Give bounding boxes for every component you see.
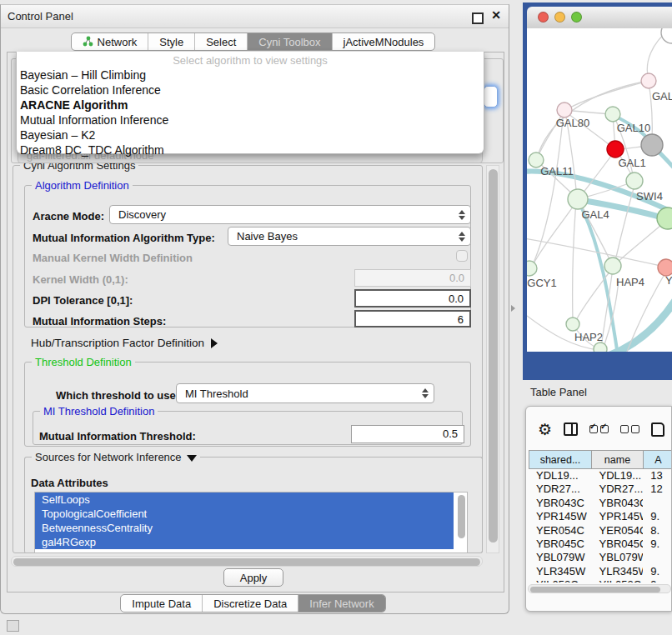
settings-vscrollbar[interactable] — [486, 165, 499, 553]
minimize-window-button[interactable] — [554, 12, 565, 22]
dpi-tolerance-field[interactable]: 0.0 — [354, 289, 471, 308]
mi-steps-field[interactable]: 6 — [354, 310, 471, 328]
which-threshold-label: Which threshold to use: — [56, 389, 179, 402]
columns-icon[interactable] — [564, 422, 578, 436]
aracne-mode-value: Discovery — [118, 208, 166, 221]
tab-discretize-data[interactable]: Discretize Data — [202, 595, 298, 612]
which-threshold-value: MI Threshold — [185, 388, 248, 400]
node-label: HAP2 — [574, 331, 603, 343]
tab-select[interactable]: Select — [194, 33, 247, 50]
table-cell: YLR345W — [592, 565, 644, 578]
checked-columns-icon[interactable] — [589, 425, 609, 433]
dropdown-item[interactable]: Basic Correlation Inference — [20, 82, 480, 98]
settings-vscrollbar-thumb[interactable] — [489, 169, 498, 542]
tab-network[interactable]: Network — [72, 33, 148, 50]
dropdown-item[interactable]: Mutual Information Inference — [20, 112, 480, 128]
combo-spinner-icon — [422, 388, 429, 398]
algorithm-definition-title: Algorithm Definition — [32, 179, 133, 192]
sources-group-title[interactable]: Sources for Network Inference — [32, 451, 200, 463]
list-item[interactable]: TopologicalCoefficient — [35, 507, 454, 521]
network-node[interactable] — [594, 342, 607, 352]
apply-button[interactable]: Apply — [223, 568, 283, 587]
table-row[interactable]: YPR145WYPR145W9. — [529, 510, 672, 523]
table-toolbar: ⚙ — [526, 417, 672, 442]
table-cell: 12 — [643, 482, 672, 496]
settings-hscrollbar[interactable] — [11, 556, 483, 567]
mi-type-combobox[interactable]: Naive Bayes — [228, 227, 471, 246]
mi-threshold-field[interactable]: 0.5 — [351, 425, 464, 443]
column-header[interactable]: A — [644, 450, 672, 469]
tab-impute-data[interactable]: Impute Data — [121, 595, 202, 612]
list-scrollbar-thumb[interactable] — [458, 495, 465, 538]
unchecked-columns-icon[interactable] — [620, 425, 639, 433]
table-row[interactable]: YER054CYER054C8. — [529, 524, 672, 538]
tab-label: Style — [159, 36, 183, 48]
tab-jactivemnodules[interactable]: jActiveMNodules — [332, 33, 435, 50]
dropdown-item[interactable]: ARACNE Algorithm — [20, 98, 480, 112]
dropdown-item[interactable]: Bayesian – K2 — [20, 128, 480, 142]
network-node[interactable] — [527, 261, 537, 276]
table-row[interactable]: YBR043CYBR043C — [529, 497, 672, 510]
network-node[interactable] — [604, 258, 621, 274]
top-tab-bar: NetworkStyleSelectCyni ToolboxjActiveMNo… — [1, 32, 505, 51]
dropdown-item[interactable]: Bayesian – Hill Climbing — [20, 68, 480, 82]
close-icon[interactable]: ✕ — [491, 8, 501, 22]
settings-hscrollbar-thumb[interactable] — [13, 558, 480, 566]
focused-combo-spinner[interactable] — [484, 86, 498, 108]
mi-steps-label: Mutual Information Steps: — [33, 315, 166, 328]
network-node[interactable] — [557, 102, 572, 118]
network-node[interactable] — [626, 172, 643, 189]
table-hscrollbar-thumb[interactable] — [530, 587, 660, 592]
kernel-width-field[interactable]: 0.0 — [354, 269, 471, 287]
float-panel-icon[interactable] — [472, 12, 484, 24]
tab-cyni-toolbox[interactable]: Cyni Toolbox — [247, 33, 331, 50]
table-row[interactable]: YLR345WYLR345W9. — [529, 565, 672, 578]
list-item[interactable]: SelfLoops — [35, 492, 454, 507]
tab-label: jActiveMNodules — [344, 36, 424, 48]
network-node[interactable] — [641, 73, 656, 88]
table-cell — [643, 497, 672, 510]
network-node[interactable] — [566, 318, 579, 331]
table-cell: YPR145W — [592, 510, 644, 523]
network-node[interactable] — [568, 189, 588, 209]
table-cell: YLR345W — [529, 565, 592, 578]
gear-icon[interactable]: ⚙ — [538, 422, 552, 438]
list-item[interactable]: BetweennessCentrality — [35, 521, 454, 535]
hub-definition-toggle[interactable]: Hub/Transcription Factor Definition — [31, 337, 218, 349]
network-node[interactable] — [641, 134, 663, 156]
zoom-window-button[interactable] — [571, 12, 582, 22]
column-header[interactable]: shared... — [529, 450, 592, 469]
network-node[interactable] — [607, 141, 624, 158]
which-threshold-combobox[interactable]: MI Threshold — [176, 383, 434, 403]
aracne-mode-combobox[interactable]: Discovery — [109, 205, 471, 224]
network-node[interactable] — [605, 107, 620, 122]
document-icon[interactable] — [651, 422, 664, 437]
table-row[interactable]: YBL079WYBL079W — [529, 551, 672, 564]
table-row[interactable]: YBR045CYBR045C9. — [529, 538, 672, 551]
column-header[interactable]: name — [592, 450, 644, 469]
node-label: HAP4 — [616, 276, 644, 288]
expand-right-icon — [211, 338, 218, 348]
node-label: GAL1 — [618, 157, 645, 169]
list-item[interactable]: gal4RGexp — [35, 535, 454, 549]
manual-kernel-checkbox[interactable] — [456, 250, 468, 262]
table-row[interactable]: YDR27...YDR27...12 — [529, 482, 672, 496]
mi-threshold-definition-title: MI Threshold Definition — [40, 405, 158, 418]
dropdown-item[interactable]: Dream8 DC_TDC Algorithm — [20, 142, 480, 158]
tab-style[interactable]: Style — [148, 33, 194, 50]
network-node[interactable] — [657, 208, 672, 229]
network-canvas[interactable]: GALGAL80GAL10GAL1GAL11SWI4GAL4GCY1HAP4YH… — [527, 28, 672, 352]
tab-infer-network[interactable]: Infer Network — [298, 595, 384, 612]
network-node[interactable] — [661, 28, 672, 43]
data-attributes-list[interactable]: SelfLoopsTopologicalCoefficientBetweenne… — [34, 492, 468, 553]
collapsed-panel-button[interactable] — [7, 620, 19, 632]
table-cell: YBL079W — [592, 551, 644, 564]
table-hscrollbar[interactable] — [528, 584, 671, 593]
close-window-button[interactable] — [538, 12, 549, 22]
table-cell: YER054C — [592, 524, 644, 538]
network-node[interactable] — [658, 259, 672, 276]
splitter-arrow-icon[interactable] — [511, 305, 515, 312]
table-row[interactable]: YDL19...YDL19...13 — [529, 469, 672, 482]
table-row[interactable]: YIL052CYIL052C9 — [529, 578, 672, 582]
network-window-titlebar[interactable] — [527, 7, 672, 29]
